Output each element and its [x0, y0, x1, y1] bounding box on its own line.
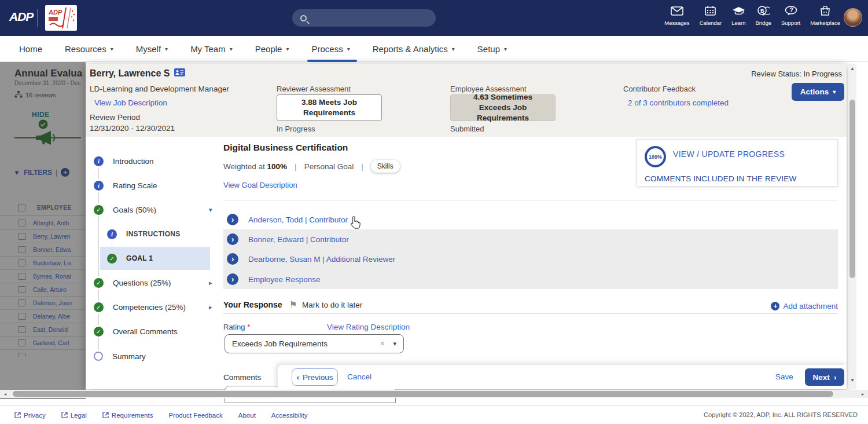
vertical-scroll-thumb[interactable] — [849, 100, 855, 278]
chevron-right-icon: › — [227, 273, 238, 285]
info-icon: i — [94, 156, 104, 166]
footer-privacy-link[interactable]: Privacy — [14, 412, 46, 419]
user-avatar[interactable] — [844, 8, 862, 27]
view-goal-description-link[interactable]: View Goal Description — [223, 181, 297, 189]
scroll-up-icon[interactable]: ▲ — [848, 66, 856, 71]
nav-myself[interactable]: Myself▾ — [128, 36, 183, 62]
footer-about-link[interactable]: About — [238, 412, 256, 419]
marketplace-button[interactable]: Marketplace — [810, 6, 840, 26]
contributor-row-anderson[interactable]: › Anderson, Todd | Contributor — [223, 210, 838, 229]
scroll-down-icon[interactable]: ▼ — [848, 378, 856, 383]
contact-card-icon[interactable] — [174, 68, 185, 79]
rating-select[interactable]: Exceeds Job Requirements ✕ ▾ — [225, 334, 404, 353]
calendar-button[interactable]: Calendar — [700, 6, 722, 26]
nav-process[interactable]: Process▾ — [304, 36, 365, 62]
search-icon — [300, 15, 307, 21]
required-marker: * — [247, 323, 250, 331]
chevron-down-icon: ▾ — [504, 46, 507, 52]
save-button[interactable]: Save — [775, 372, 793, 381]
svg-text:B: B — [760, 8, 764, 14]
review-period-value: 12/31/2020 - 12/30/2021 — [90, 124, 175, 133]
nav-resources[interactable]: Resources▾ — [57, 36, 128, 62]
actions-button[interactable]: Actions ▾ — [792, 83, 844, 101]
chevron-right-icon: › — [834, 373, 837, 382]
nav-home[interactable]: Home — [12, 36, 57, 62]
adp-logo: ADP — [9, 10, 33, 24]
scroll-right-icon[interactable]: ▸ — [859, 392, 867, 397]
review-panel: Berry, Lawrence S LD-Learning and Develo… — [86, 64, 847, 389]
check-icon: ✓ — [94, 278, 104, 288]
chevron-down-icon[interactable]: ▾ — [393, 340, 396, 348]
marketplace-icon — [820, 6, 830, 18]
check-icon: ✓ — [107, 254, 117, 264]
vertical-scrollbar[interactable]: ▲ ▼ — [848, 64, 856, 389]
cancel-button[interactable]: Cancel — [347, 372, 372, 381]
check-icon: ✓ — [94, 302, 104, 312]
horizontal-scroll-thumb[interactable] — [13, 391, 833, 397]
collapse-icon[interactable]: ▾ — [209, 206, 212, 214]
search-input[interactable] — [311, 14, 421, 23]
support-button[interactable]: ? Support — [781, 6, 800, 26]
reviewer-assessment-status: In Progress — [277, 125, 315, 133]
info-icon: i — [107, 229, 117, 239]
messages-button[interactable]: Messages — [664, 6, 689, 26]
chevron-left-icon: ‹ — [296, 373, 299, 382]
previous-button[interactable]: ‹ Previous — [292, 368, 338, 386]
your-response-title: Your Response — [223, 300, 282, 309]
view-job-description-link[interactable]: View Job Description — [94, 98, 167, 107]
step-summary[interactable]: Summary — [94, 347, 146, 365]
nav-my-team[interactable]: My Team▾ — [183, 36, 248, 62]
plus-icon: + — [771, 302, 779, 310]
employee-assessment-score: 4.63 Sometimes Exceeds Job Requirements — [450, 94, 556, 121]
contributor-feedback-link[interactable]: 2 of 3 contributors completed — [628, 98, 729, 107]
svg-text:?: ? — [789, 7, 793, 13]
step-overall-comments[interactable]: ✓ Overall Comments — [94, 322, 178, 341]
bridge-button[interactable]: B Bridge — [756, 6, 771, 26]
contributor-row-bonner[interactable]: › Bonner, Edward | Contributor — [223, 229, 838, 249]
contributor-row-dearborne[interactable]: › Dearborne, Susan M | Additional Review… — [223, 249, 838, 269]
bridge-icon: B — [757, 6, 770, 18]
footer-accessibility-link[interactable]: Accessibility — [271, 412, 308, 419]
horizontal-scrollbar[interactable]: ◂ ▸ — [0, 390, 868, 398]
support-icon: ? — [785, 6, 797, 18]
view-update-progress-link[interactable]: VIEW / UPDATE PROGRESS — [673, 149, 785, 159]
expand-icon[interactable]: ▸ — [209, 304, 212, 311]
comments-label: Comments — [223, 373, 261, 382]
nav-setup[interactable]: Setup▾ — [470, 36, 522, 62]
expand-icon[interactable]: ▸ — [209, 279, 212, 287]
step-questions[interactable]: ✓ Questions (25%) ▸ — [94, 273, 171, 292]
clear-icon[interactable]: ✕ — [380, 340, 385, 348]
nav-people[interactable]: People▾ — [248, 36, 304, 62]
add-attachment-button[interactable]: + Add attachment — [771, 302, 838, 310]
reviewer-assessment-score: 3.88 Meets Job Requirements — [277, 94, 382, 121]
step-goals[interactable]: ✓ Goals (50%) ▾ — [94, 200, 156, 219]
nav-reports-analytics[interactable]: Reports & Analytics▾ — [365, 36, 470, 62]
scroll-left-icon[interactable]: ◂ — [1, 392, 9, 397]
mark-to-do-later[interactable]: Mark to do it later — [302, 301, 362, 309]
step-goals-instructions[interactable]: i INSTRUCTIONS — [107, 225, 181, 243]
next-button[interactable]: Next › — [805, 368, 844, 386]
view-rating-description-link[interactable]: View Rating Description — [327, 323, 410, 331]
step-rating-scale[interactable]: i Rating Scale — [94, 176, 157, 195]
incomplete-icon — [94, 352, 103, 361]
chevron-down-icon: ▾ — [833, 89, 836, 95]
employee-response-row[interactable]: › Employee Response — [223, 269, 838, 289]
goal-meta: Weighted at 100% | Personal Goal | Skill… — [223, 160, 400, 173]
chevron-down-icon: ▾ — [347, 46, 350, 52]
review-header: Berry, Lawrence S LD-Learning and Develo… — [86, 64, 847, 137]
step-introduction[interactable]: i Introduction — [94, 152, 154, 170]
footer-product-feedback-link[interactable]: Product Feedback — [168, 412, 222, 419]
goal-weight: 100% — [267, 162, 288, 171]
step-goal-1[interactable]: ✓ GOAL 1 — [107, 249, 153, 268]
action-bar: ‹ Previous Cancel Save Next › — [278, 365, 847, 389]
footer-legal-link[interactable]: Legal — [61, 412, 87, 419]
learn-button[interactable]: Learn — [731, 6, 745, 26]
background-review-list: Annual Evalua December 31, 2020 - Dec 16… — [0, 62, 86, 399]
divider — [223, 200, 838, 200]
info-icon: i — [94, 181, 104, 191]
footer-requirements-link[interactable]: Requirements — [102, 412, 153, 419]
chevron-right-icon: › — [227, 214, 238, 225]
step-competencies[interactable]: ✓ Competencies (25%) ▸ — [94, 298, 186, 316]
external-link-icon — [61, 412, 68, 418]
contributor-responses: › Anderson, Todd | Contributor › Bonner,… — [223, 210, 838, 289]
